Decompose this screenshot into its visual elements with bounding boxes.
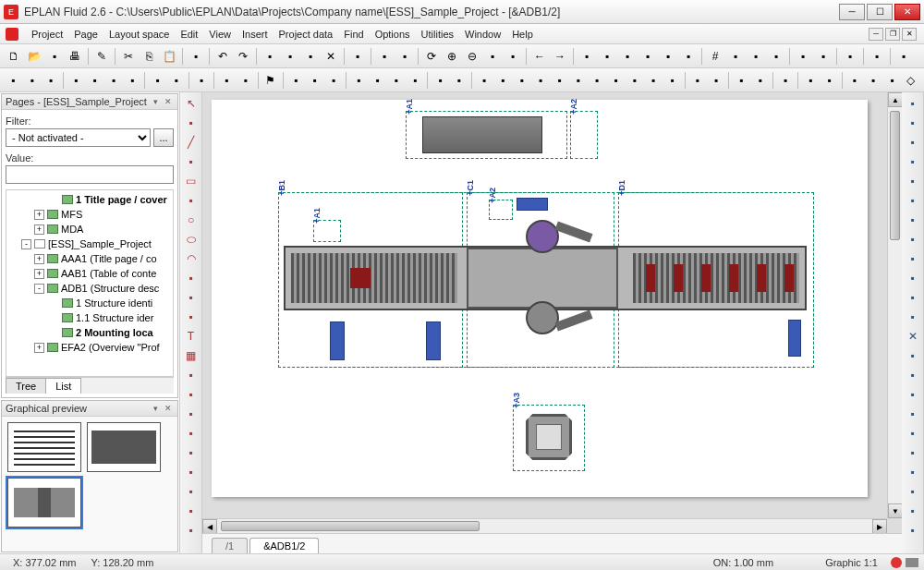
grid-b-icon[interactable]: ▪ — [450, 71, 467, 90]
corner-tr-icon[interactable]: ▪ — [904, 191, 922, 210]
polyline-icon[interactable]: ▪ — [182, 152, 201, 171]
break-l-icon[interactable]: ▪ — [904, 443, 922, 462]
red2-icon[interactable]: ▪ — [865, 71, 881, 90]
control-panel[interactable] — [526, 414, 572, 460]
red-indicator-r2[interactable] — [674, 264, 683, 292]
red-indicator-r1[interactable] — [646, 264, 655, 292]
doc2-icon[interactable]: ▪ — [306, 71, 322, 90]
conn1-icon[interactable]: ▪ — [802, 71, 819, 90]
actuator-blue-1[interactable] — [330, 321, 345, 360]
grid1-icon[interactable]: ▪ — [578, 47, 596, 66]
pink1-icon[interactable]: ▪ — [777, 71, 794, 90]
doc3-icon[interactable]: ▪ — [325, 71, 342, 90]
dim-rad2-icon[interactable]: ▪ — [182, 463, 201, 481]
dim-v-icon[interactable]: ▪ — [182, 385, 201, 404]
preview-thumb-1[interactable] — [7, 422, 81, 472]
arc-icon[interactable]: ◠ — [182, 249, 201, 268]
tab-list[interactable]: List — [45, 378, 81, 394]
port-l-icon[interactable]: ▪ — [904, 94, 922, 113]
nav2-icon[interactable]: ▪ — [23, 71, 40, 90]
clamp-top[interactable] — [526, 220, 559, 253]
a-icon[interactable]: ▪ — [67, 71, 84, 90]
rect-tool-icon[interactable]: ▪ — [193, 71, 210, 90]
align2-icon[interactable]: ▪ — [751, 71, 768, 90]
text-icon[interactable]: T — [182, 327, 201, 346]
menu-find[interactable]: Find — [338, 27, 369, 42]
grid5-icon[interactable]: ▪ — [659, 47, 677, 66]
scroll-left-button[interactable]: ◀ — [202, 519, 217, 533]
zoom-fit-icon[interactable]: ▪ — [483, 47, 502, 66]
grid2-icon[interactable]: ▪ — [598, 47, 616, 66]
comp7-icon[interactable]: ▪ — [589, 71, 605, 90]
tree-node[interactable]: 1 Title page / cover — [8, 192, 171, 207]
grid3-icon[interactable]: ▪ — [618, 47, 637, 66]
mdi-restore-button[interactable]: ❐ — [885, 28, 900, 41]
jump-u-icon[interactable]: ▪ — [904, 385, 922, 404]
arrow2-icon[interactable]: ▪ — [182, 502, 201, 520]
zoom-out-icon[interactable]: ⊖ — [463, 47, 481, 66]
term-icon[interactable]: ▪ — [904, 521, 922, 540]
page-tab-1[interactable]: /1 — [212, 538, 248, 553]
dim-rad-icon[interactable]: ▪ — [182, 424, 201, 443]
preview-panel-dropdown-button[interactable]: ▾ — [150, 403, 161, 414]
grid-a-icon[interactable]: ▪ — [432, 71, 448, 90]
undo-icon[interactable]: ↶ — [213, 47, 232, 66]
cursor-icon[interactable]: ↖ — [182, 94, 201, 113]
align1-icon[interactable]: ▪ — [733, 71, 749, 90]
comp6-icon[interactable]: ▪ — [569, 71, 586, 90]
nav1-icon[interactable]: ▪ — [5, 71, 21, 90]
scroll-up-button[interactable]: ▲ — [888, 92, 902, 107]
arrow1-icon[interactable]: ▪ — [182, 482, 201, 501]
paste-icon[interactable]: 📋 — [160, 47, 178, 66]
zoom-sel-icon[interactable]: ▪ — [504, 47, 522, 66]
device-top-enclosure[interactable] — [422, 116, 542, 153]
maximize-icon[interactable]: ▪ — [348, 47, 367, 66]
node-icon[interactable]: ▪ — [904, 424, 922, 443]
tree-node[interactable]: 1.1 Structure ider — [8, 310, 171, 325]
port-r-icon[interactable]: ▪ — [904, 114, 922, 132]
minimize-button[interactable]: ─ — [839, 4, 865, 20]
layer2-icon[interactable]: ▪ — [814, 47, 833, 66]
conveyor-right-fins[interactable] — [633, 253, 799, 303]
filter-browse-button[interactable]: ... — [153, 128, 174, 147]
view3d-icon[interactable]: ▪ — [841, 47, 859, 66]
red-indicator-r4[interactable] — [729, 264, 738, 292]
tree-node[interactable]: +EFA2 (Overview "Prof — [8, 340, 171, 355]
color1-icon[interactable]: ▪ — [688, 71, 705, 90]
print-icon[interactable]: 🖶 — [66, 47, 84, 66]
preview-panel-close-button[interactable]: ✕ — [163, 403, 174, 414]
window2-icon[interactable]: ▪ — [395, 47, 414, 66]
zoom-in-icon[interactable]: ⊕ — [443, 47, 461, 66]
canvas-scrollbar-horizontal[interactable]: ◀ ▶ — [202, 518, 887, 533]
grid4-icon[interactable]: ▪ — [638, 47, 657, 66]
snap-icon[interactable]: # — [706, 47, 724, 66]
curve-icon[interactable]: ▪ — [182, 288, 201, 307]
scroll-down-button[interactable]: ▼ — [888, 503, 902, 518]
redbox-icon[interactable]: ▪ — [187, 47, 205, 66]
cut-icon[interactable]: ✂ — [119, 47, 138, 66]
copy-proj-icon[interactable]: ▪ — [45, 47, 64, 66]
tree-node[interactable]: +MFS — [8, 207, 171, 222]
comp3-icon[interactable]: ▪ — [513, 71, 529, 90]
tree-node[interactable]: 1 Structure identi — [8, 296, 171, 310]
break-r-icon[interactable]: ▪ — [904, 463, 922, 481]
redo-icon[interactable]: ↷ — [234, 47, 252, 66]
bus-h-icon[interactable]: ▪ — [904, 482, 922, 501]
layer1-icon[interactable]: ▪ — [794, 47, 812, 66]
tree-node[interactable]: +MDA — [8, 222, 171, 236]
corner-tl-icon[interactable]: ▪ — [904, 172, 922, 190]
layout3-icon[interactable]: ▪ — [388, 71, 405, 90]
canvas-scrollbar-vertical[interactable]: ▲ ▼ — [887, 92, 902, 518]
play-green-icon[interactable]: ▪ — [218, 71, 235, 90]
mdi-close-button[interactable]: ✕ — [902, 28, 917, 41]
refresh-icon[interactable]: ⟳ — [422, 47, 441, 66]
tee-l-icon[interactable]: ▪ — [904, 249, 922, 268]
drawing-paper[interactable]: +A1 +A2 +B1 +A1 +C1 — [212, 100, 868, 497]
rect-round-icon[interactable]: ▪ — [182, 191, 201, 210]
b-icon[interactable]: ▪ — [86, 71, 103, 90]
poly-cursor-icon[interactable]: ▪ — [182, 114, 201, 132]
tee-d-icon[interactable]: ▪ — [904, 308, 922, 326]
cross-icon[interactable]: ✕ — [904, 327, 922, 346]
d-icon[interactable]: ▪ — [124, 71, 140, 90]
tag2-icon[interactable]: ▪ — [301, 47, 320, 66]
